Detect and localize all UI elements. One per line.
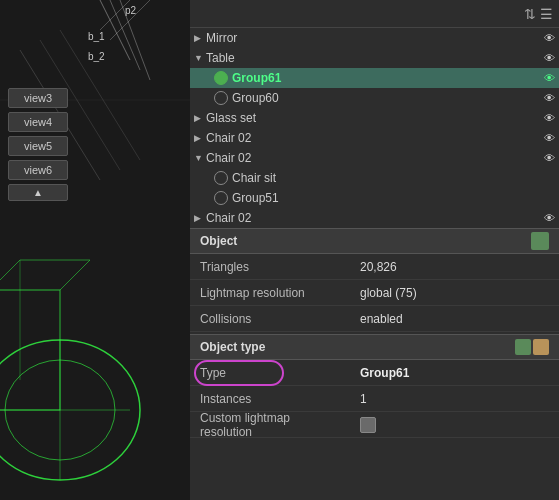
visibility-icon-chair02b[interactable]: 👁: [544, 152, 555, 164]
visibility-icon-chair02c[interactable]: 👁: [544, 212, 555, 224]
arrow-icon: ▶: [194, 133, 206, 143]
arrow-icon: ▶: [194, 33, 206, 43]
hierarchy-item-chairsit[interactable]: Chair sit: [190, 168, 559, 188]
hierarchy-item-group60[interactable]: Group60 👁: [190, 88, 559, 108]
prop-value-lightmap: global (75): [360, 286, 549, 300]
view4-button[interactable]: view4: [8, 112, 68, 132]
collapse-button[interactable]: ▲: [8, 184, 68, 201]
hierarchy-item-glassset[interactable]: ▶ Glass set 👁: [190, 108, 559, 128]
prop-row-instances: Instances 1: [190, 386, 559, 412]
type-squares: [515, 339, 549, 355]
arrow-icon: ▼: [194, 53, 206, 63]
prop-row-lightmap: Lightmap resolution global (75): [190, 280, 559, 306]
object-type-section-header: Object type: [190, 334, 559, 360]
type-square-tan: [533, 339, 549, 355]
hierarchy-list: ▶ Mirror 👁 ▼ Table 👁 Group61 👁 Group60 👁…: [190, 28, 559, 228]
view3-button[interactable]: view3: [8, 88, 68, 108]
prop-row-triangles: Triangles 20,826: [190, 254, 559, 280]
svg-text:p2: p2: [125, 5, 137, 16]
prop-value-type: Group61: [360, 366, 549, 380]
type-square-green: [515, 339, 531, 355]
svg-rect-0: [0, 0, 190, 500]
hierarchy-item-group61[interactable]: Group61 👁: [190, 68, 559, 88]
svg-text:b_1: b_1: [88, 31, 105, 42]
prop-value-triangles: 20,826: [360, 260, 549, 274]
object-icon-group61: [214, 71, 228, 85]
svg-text:b_2: b_2: [88, 51, 105, 62]
visibility-icon-glassset[interactable]: 👁: [544, 112, 555, 124]
prop-row-type: Type Group61: [190, 360, 559, 386]
right-panel: ⇅ ☰ ▶ Mirror 👁 ▼ Table 👁 Group61 👁 Group…: [190, 0, 559, 500]
view5-button[interactable]: view5: [8, 136, 68, 156]
prop-value-collisions: enabled: [360, 312, 549, 326]
view6-button[interactable]: view6: [8, 160, 68, 180]
object-properties: Triangles 20,826 Lightmap resolution glo…: [190, 254, 559, 332]
object-type-section-title: Object type: [200, 340, 265, 354]
arrow-icon: ▶: [194, 113, 206, 123]
object-section-toggle[interactable]: [531, 232, 549, 250]
hierarchy-item-group51[interactable]: Group51: [190, 188, 559, 208]
hierarchy-item-mirror[interactable]: ▶ Mirror 👁: [190, 28, 559, 48]
visibility-icon-table[interactable]: 👁: [544, 52, 555, 64]
prop-value-instances: 1: [360, 392, 549, 406]
prop-label-triangles: Triangles: [200, 260, 360, 274]
object-section-title: Object: [200, 234, 237, 248]
sort-icon[interactable]: ⇅: [524, 6, 536, 22]
hierarchy-item-chair02b[interactable]: ▼ Chair 02 👁: [190, 148, 559, 168]
object-section-header: Object: [190, 228, 559, 254]
visibility-icon-chair02a[interactable]: 👁: [544, 132, 555, 144]
hierarchy-item-table[interactable]: ▼ Table 👁: [190, 48, 559, 68]
object-icon-group51: [214, 191, 228, 205]
prop-label-lightmap: Lightmap resolution: [200, 286, 360, 300]
visibility-icon-group61[interactable]: 👁: [544, 72, 555, 84]
hierarchy-toolbar: ⇅ ☰: [190, 0, 559, 28]
prop-row-collisions: Collisions enabled: [190, 306, 559, 332]
object-icon-chairsit: [214, 171, 228, 185]
hierarchy-item-chair02c[interactable]: ▶ Chair 02 👁: [190, 208, 559, 228]
visibility-icon-mirror[interactable]: 👁: [544, 32, 555, 44]
custom-lightmap-checkbox[interactable]: [360, 417, 376, 433]
visibility-icon-group60[interactable]: 👁: [544, 92, 555, 104]
prop-label-instances: Instances: [200, 392, 360, 406]
hierarchy-item-chair02a[interactable]: ▶ Chair 02 👁: [190, 128, 559, 148]
prop-label-type: Type: [200, 366, 360, 380]
prop-label-custom-lightmap: Custom lightmapresolution: [200, 411, 360, 439]
arrow-icon: ▼: [194, 153, 206, 163]
3d-viewport: p2 b_1 b_2: [0, 0, 190, 500]
object-type-properties: Type Group61 Instances 1 Custom lightmap…: [190, 360, 559, 438]
prop-label-collisions: Collisions: [200, 312, 360, 326]
filter-icon[interactable]: ☰: [540, 6, 553, 22]
prop-row-custom-lightmap: Custom lightmapresolution: [190, 412, 559, 438]
arrow-icon: ▶: [194, 213, 206, 223]
object-icon-group60: [214, 91, 228, 105]
view-buttons-container: view3 view4 view5 view6 ▲: [8, 88, 68, 201]
viewport-panel: p2 b_1 b_2 view3 view4 view5 view6 ▲: [0, 0, 190, 500]
